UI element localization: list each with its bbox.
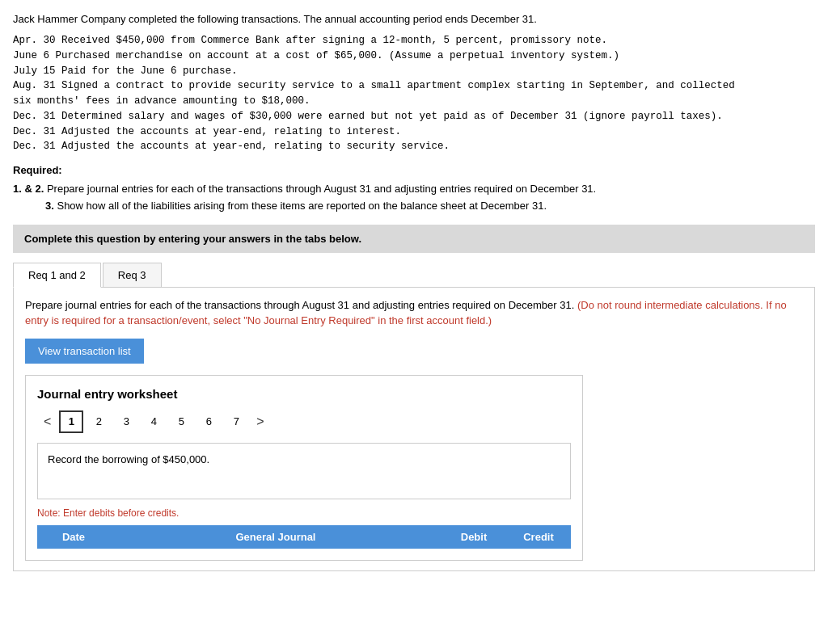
item-3-label: 3. xyxy=(45,200,54,212)
content-area: Prepare journal entries for each of the … xyxy=(13,288,815,571)
required-label: Required: xyxy=(13,164,815,176)
table-header: Date General Journal Debit Credit xyxy=(37,525,571,549)
transaction-line-3: July 15 Paid for the June 6 purchase. xyxy=(13,64,815,79)
required-item-1-2: 1. & 2. Prepare journal entries for each… xyxy=(13,181,815,198)
instruction-box-text: Complete this question by entering your … xyxy=(24,233,361,245)
tabs-container: Req 1 and 2 Req 3 xyxy=(13,263,815,288)
transaction-line-8: Dec. 31 Adjusted the accounts at year-en… xyxy=(13,139,815,154)
page-1[interactable]: 1 xyxy=(59,410,83,433)
col-general-journal: General Journal xyxy=(110,525,441,549)
required-item-3: 3. Show how all of the liabilities arisi… xyxy=(45,198,815,215)
page-5[interactable]: 5 xyxy=(169,410,193,433)
instructions-normal: Prepare journal entries for each of the … xyxy=(25,299,577,311)
transaction-line-5: six months' fees in advance amounting to… xyxy=(13,94,815,109)
pagination-prev[interactable]: < xyxy=(37,411,57,432)
col-date: Date xyxy=(37,525,110,549)
page-3[interactable]: 3 xyxy=(114,410,138,433)
tab-req-1-2[interactable]: Req 1 and 2 xyxy=(13,263,101,288)
col-credit: Credit xyxy=(506,525,571,549)
instruction-box: Complete this question by entering your … xyxy=(13,225,815,253)
view-transaction-list-button[interactable]: View transaction list xyxy=(25,339,144,364)
note-text: Note: Enter debits before credits. xyxy=(37,507,571,519)
item-1-2-text: Prepare journal entries for each of the … xyxy=(44,183,596,195)
required-items: 1. & 2. Prepare journal entries for each… xyxy=(13,181,815,215)
transaction-line-7: Dec. 31 Adjusted the accounts at year-en… xyxy=(13,124,815,140)
page-7[interactable]: 7 xyxy=(224,410,248,433)
record-text: Record the borrowing of $450,000. xyxy=(48,453,209,465)
col-debit: Debit xyxy=(441,525,506,549)
page-6[interactable]: 6 xyxy=(196,410,221,433)
transaction-line-4: Aug. 31 Signed a contract to provide sec… xyxy=(13,78,815,94)
item-3-text: Show how all of the liabilities arising … xyxy=(54,200,547,212)
tab-req-3[interactable]: Req 3 xyxy=(103,263,162,287)
page-2[interactable]: 2 xyxy=(87,410,111,433)
journal-worksheet: Journal entry worksheet < 1 2 3 4 5 6 7 … xyxy=(25,375,583,561)
transaction-line-1: Apr. 30 Received $450,000 from Commerce … xyxy=(13,33,815,48)
pagination: < 1 2 3 4 5 6 7 > xyxy=(37,410,571,433)
transaction-line-6: Dec. 31 Determined salary and wages of $… xyxy=(13,109,815,124)
page-4[interactable]: 4 xyxy=(142,410,166,433)
intro-text: Jack Hammer Company completed the follow… xyxy=(13,13,815,25)
pagination-next[interactable]: > xyxy=(250,411,270,432)
required-section: Required: 1. & 2. Prepare journal entrie… xyxy=(13,164,815,215)
journal-title: Journal entry worksheet xyxy=(37,387,571,401)
transaction-line-2: June 6 Purchased merchandise on account … xyxy=(13,48,815,64)
transactions-block: Apr. 30 Received $450,000 from Commerce … xyxy=(13,33,815,154)
instructions-text: Prepare journal entries for each of the … xyxy=(25,297,803,329)
item-1-2-label: 1. & 2. xyxy=(13,183,44,195)
record-box: Record the borrowing of $450,000. xyxy=(37,443,571,499)
